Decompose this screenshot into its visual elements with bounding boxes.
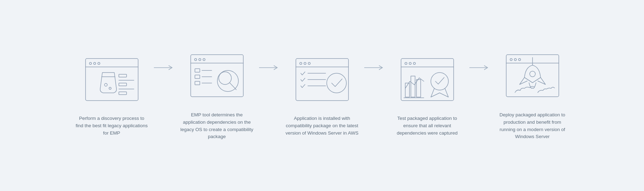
step-emp-tool-icon: [185, 50, 249, 103]
svg-point-1: [89, 62, 91, 64]
svg-rect-14: [191, 55, 243, 97]
svg-rect-12: [119, 92, 127, 95]
svg-rect-23: [195, 81, 200, 85]
svg-point-32: [308, 62, 310, 64]
svg-rect-45: [411, 76, 415, 97]
step-discovery: Perform a discovery process to find the …: [73, 54, 150, 137]
svg-rect-8: [119, 74, 127, 77]
step-deploy-icon: [501, 50, 564, 103]
step-test-icon: [396, 54, 459, 107]
step-deploy: Deploy packaged application to productio…: [494, 50, 571, 141]
svg-point-2: [94, 62, 96, 64]
svg-point-51: [510, 59, 512, 61]
svg-point-40: [405, 62, 407, 64]
arrow-4: [469, 64, 490, 71]
svg-point-55: [530, 71, 535, 77]
svg-rect-10: [119, 83, 127, 86]
arrow-1: [154, 64, 175, 71]
step-install: Application is installed with compatibil…: [284, 54, 361, 137]
svg-point-3: [98, 62, 100, 64]
svg-point-53: [518, 59, 521, 61]
svg-point-37: [327, 73, 346, 93]
svg-point-7: [109, 87, 111, 89]
step-emp-tool-text: EMP tool determines the application depe…: [180, 111, 254, 141]
svg-point-52: [514, 59, 516, 61]
svg-rect-0: [86, 59, 138, 101]
step-install-icon: [291, 54, 354, 107]
arrow-3: [364, 64, 385, 71]
svg-point-31: [304, 62, 306, 64]
step-discovery-icon: [80, 54, 143, 107]
svg-rect-39: [401, 59, 454, 101]
svg-rect-21: [195, 75, 200, 79]
arrow-2: [259, 64, 280, 71]
step-test: Test packaged application to ensure that…: [389, 54, 466, 137]
svg-point-42: [413, 62, 415, 64]
svg-point-41: [409, 62, 411, 64]
svg-line-27: [230, 83, 236, 90]
step-test-text: Test packaged application to ensure that…: [391, 115, 464, 137]
svg-rect-19: [195, 69, 200, 72]
step-emp-tool: EMP tool determines the application depe…: [178, 50, 256, 141]
svg-rect-46: [416, 80, 421, 97]
svg-point-48: [431, 73, 448, 90]
step-discovery-text: Perform a discovery process to find the …: [75, 115, 149, 137]
workflow-container: Perform a discovery process to find the …: [0, 36, 644, 155]
svg-point-15: [195, 59, 197, 61]
svg-point-16: [199, 59, 201, 61]
step-install-text: Application is installed with compatibil…: [285, 115, 359, 137]
svg-point-30: [300, 62, 302, 64]
step-deploy-text: Deploy packaged application to productio…: [496, 111, 569, 141]
svg-point-6: [104, 83, 107, 86]
svg-point-17: [203, 59, 205, 61]
